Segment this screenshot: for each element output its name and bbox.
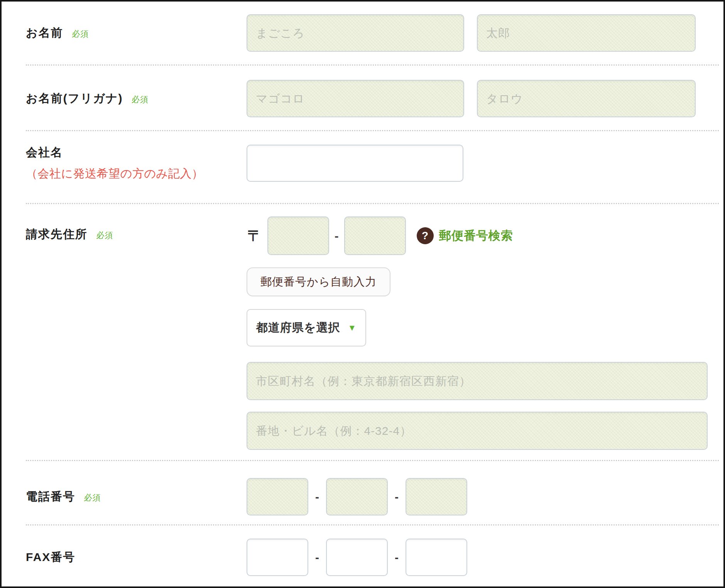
phone-separator: - (315, 490, 319, 504)
postal-code-input-1[interactable] (267, 216, 329, 255)
phone-required-badge: 必須 (84, 493, 101, 502)
name-label-group: お名前 必須 (26, 25, 247, 41)
fax-separator: - (395, 551, 399, 564)
fax-label-group: FAX番号 (26, 549, 247, 565)
chevron-down-icon: ▼ (348, 323, 357, 333)
company-row: 会社名 （会社に発送希望の方のみ記入） (2, 131, 723, 203)
phone-separator: - (395, 490, 399, 504)
postal-code-input-2[interactable] (344, 216, 406, 255)
name-row: お名前 必須 (2, 2, 723, 64)
postal-autofill-button[interactable]: 郵便番号から自動入力 (247, 267, 390, 296)
first-name-kana-input[interactable] (477, 80, 696, 117)
postal-mark: 〒 (247, 226, 262, 246)
phone-row: 電話番号 必須 - - (2, 461, 723, 524)
fax-row: FAX番号 - - (2, 525, 723, 587)
fax-input-2[interactable] (326, 539, 388, 576)
kana-row: お名前(フリガナ) 必須 (2, 66, 723, 130)
phone-label-group: 電話番号 必須 (26, 489, 247, 505)
city-input[interactable] (247, 362, 708, 400)
address-label: 請求先住所 (26, 228, 88, 240)
fax-label: FAX番号 (26, 551, 75, 563)
company-label: 会社名 (26, 145, 247, 161)
prefecture-select[interactable]: 都道府県を選択 ▼ (247, 309, 366, 346)
phone-input-3[interactable] (406, 478, 467, 515)
kana-label: お名前(フリガナ) (26, 92, 123, 105)
postal-code-row: 〒 - ? 郵便番号検索 (247, 216, 513, 255)
last-name-kana-input[interactable] (247, 80, 464, 117)
phone-input-2[interactable] (326, 478, 388, 515)
phone-input-1[interactable] (247, 478, 308, 515)
kana-inputs (247, 80, 696, 117)
name-required-badge: 必須 (72, 29, 89, 38)
fax-input-1[interactable] (247, 539, 308, 576)
fax-inputs: - - (247, 539, 467, 576)
billing-info-form: お名前 必須 お名前(フリガナ) 必須 会社名 （会社に発送希望の方のみ記入） (0, 0, 725, 588)
phone-inputs: - - (247, 478, 467, 515)
last-name-input[interactable] (247, 14, 464, 52)
postal-separator: - (335, 229, 339, 243)
fax-separator: - (315, 551, 319, 564)
billing-address-row: 請求先住所 必須 〒 - ? 郵便番号検索 郵便番号から自動入力 都道府県を選択… (2, 204, 723, 460)
name-inputs (247, 14, 696, 52)
address-fields: 〒 - ? 郵便番号検索 郵便番号から自動入力 都道府県を選択 ▼ (247, 216, 708, 450)
prefecture-select-label: 都道府県を選択 (256, 320, 340, 336)
postal-code-search-link[interactable]: 郵便番号検索 (439, 228, 513, 244)
help-icon-glyph: ? (422, 230, 428, 242)
help-icon[interactable]: ? (417, 227, 434, 244)
company-name-input[interactable] (247, 145, 463, 182)
company-note: （会社に発送希望の方のみ記入） (26, 166, 247, 182)
company-label-group: 会社名 （会社に発送希望の方のみ記入） (26, 145, 247, 182)
kana-required-badge: 必須 (132, 95, 149, 104)
kana-label-group: お名前(フリガナ) 必須 (26, 91, 247, 106)
address-required-badge: 必須 (96, 231, 113, 240)
phone-label: 電話番号 (26, 490, 75, 503)
address-label-group: 請求先住所 必須 (26, 216, 247, 242)
first-name-input[interactable] (477, 14, 696, 52)
fax-input-3[interactable] (406, 539, 467, 576)
street-building-input[interactable] (247, 412, 708, 450)
name-label: お名前 (26, 26, 63, 39)
